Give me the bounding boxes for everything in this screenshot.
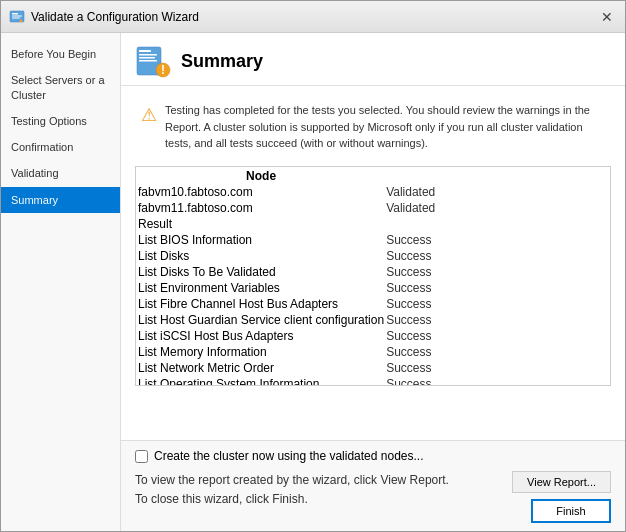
node-status: Validated (386, 185, 486, 199)
main-panel: ! Summary ⚠ Testing has completed for th… (121, 33, 625, 531)
result-status: Success (386, 233, 486, 247)
result-status: Success (386, 345, 486, 359)
wizard-window: Validate a Configuration Wizard ✕ Before… (0, 0, 626, 532)
svg-rect-1 (12, 13, 18, 15)
table-row: fabvm10.fabtoso.comValidated (138, 185, 486, 199)
warning-icon: ⚠ (141, 104, 157, 126)
title-bar: Validate a Configuration Wizard ✕ (1, 1, 625, 33)
table-row: List Operating System InformationSuccess (138, 377, 486, 386)
warning-text: Testing has completed for the tests you … (165, 102, 605, 152)
svg-text:!: ! (161, 63, 165, 77)
svg-rect-7 (139, 54, 157, 56)
checkbox-row: Create the cluster now using the validat… (135, 449, 611, 463)
node-name: fabvm10.fabtoso.com (138, 185, 384, 199)
page-title: Summary (181, 51, 263, 72)
footer-info-line2: To close this wizard, click Finish. (135, 490, 449, 509)
result-status: Success (386, 377, 486, 386)
results-scroll-area[interactable]: Node fabvm10.fabtoso.comValidatedfabvm11… (135, 166, 611, 386)
table-row: List Host Guardian Service client config… (138, 313, 486, 327)
result-name: List Disks To Be Validated (138, 265, 384, 279)
result-status: Success (386, 265, 486, 279)
result-name: List Disks (138, 249, 384, 263)
table-row: List DisksSuccess (138, 249, 486, 263)
svg-rect-2 (12, 15, 22, 16)
node-status: Validated (386, 201, 486, 215)
result-name: List Network Metric Order (138, 361, 384, 375)
sidebar-item-testing-options[interactable]: Testing Options (1, 108, 120, 134)
sidebar-item-confirmation[interactable]: Confirmation (1, 134, 120, 160)
main-body: ⚠ Testing has completed for the tests yo… (121, 86, 625, 440)
sidebar-item-summary[interactable]: Summary (1, 187, 120, 213)
warning-box: ⚠ Testing has completed for the tests yo… (135, 96, 611, 158)
table-row: List Environment VariablesSuccess (138, 281, 486, 295)
result-header-cell: Result (138, 217, 486, 231)
footer-bottom: To view the report created by the wizard… (135, 471, 611, 523)
table-row: List iSCSI Host Bus AdaptersSuccess (138, 329, 486, 343)
table-row: List Fibre Channel Host Bus AdaptersSucc… (138, 297, 486, 311)
footer-info: To view the report created by the wizard… (135, 471, 449, 509)
wizard-icon (9, 9, 25, 25)
table-row: List Memory InformationSuccess (138, 345, 486, 359)
footer-info-line1: To view the report created by the wizard… (135, 471, 449, 490)
result-name: List Fibre Channel Host Bus Adapters (138, 297, 384, 311)
results-table: Node fabvm10.fabtoso.comValidatedfabvm11… (136, 167, 488, 386)
table-row: fabvm11.fabtoso.comValidated (138, 201, 486, 215)
col-status-header (386, 169, 486, 183)
window-title: Validate a Configuration Wizard (31, 10, 199, 24)
result-status: Success (386, 297, 486, 311)
result-name: List Memory Information (138, 345, 384, 359)
result-status: Success (386, 281, 486, 295)
close-button[interactable]: ✕ (597, 7, 617, 27)
footer-buttons: View Report... Finish (512, 471, 611, 523)
result-status: Success (386, 329, 486, 343)
sidebar-item-select-servers[interactable]: Select Servers or a Cluster (1, 67, 120, 108)
summary-icon: ! (135, 43, 171, 79)
finish-button[interactable]: Finish (531, 499, 611, 523)
result-name: List Host Guardian Service client config… (138, 313, 384, 327)
col-node-header: Node (138, 169, 384, 183)
sidebar-item-before-you-begin[interactable]: Before You Begin (1, 41, 120, 67)
result-status: Success (386, 249, 486, 263)
content-area: Before You BeginSelect Servers or a Clus… (1, 33, 625, 531)
svg-rect-3 (12, 17, 20, 18)
result-status: Success (386, 361, 486, 375)
main-header: ! Summary (121, 33, 625, 86)
sidebar-item-validating[interactable]: Validating (1, 160, 120, 186)
title-bar-left: Validate a Configuration Wizard (9, 9, 199, 25)
result-name: List Environment Variables (138, 281, 384, 295)
result-name: List Operating System Information (138, 377, 384, 386)
node-name: fabvm11.fabtoso.com (138, 201, 384, 215)
result-status: Success (386, 313, 486, 327)
create-cluster-label[interactable]: Create the cluster now using the validat… (154, 449, 424, 463)
table-row: List Network Metric OrderSuccess (138, 361, 486, 375)
sidebar: Before You BeginSelect Servers or a Clus… (1, 33, 121, 531)
view-report-button[interactable]: View Report... (512, 471, 611, 493)
result-name: List iSCSI Host Bus Adapters (138, 329, 384, 343)
footer: Create the cluster now using the validat… (121, 440, 625, 531)
table-row: List BIOS InformationSuccess (138, 233, 486, 247)
svg-rect-6 (139, 50, 151, 52)
table-row: List Disks To Be ValidatedSuccess (138, 265, 486, 279)
svg-rect-8 (139, 57, 155, 59)
result-name: List BIOS Information (138, 233, 384, 247)
svg-rect-9 (139, 60, 157, 62)
create-cluster-checkbox[interactable] (135, 450, 148, 463)
result-section-header: Result (138, 217, 486, 231)
